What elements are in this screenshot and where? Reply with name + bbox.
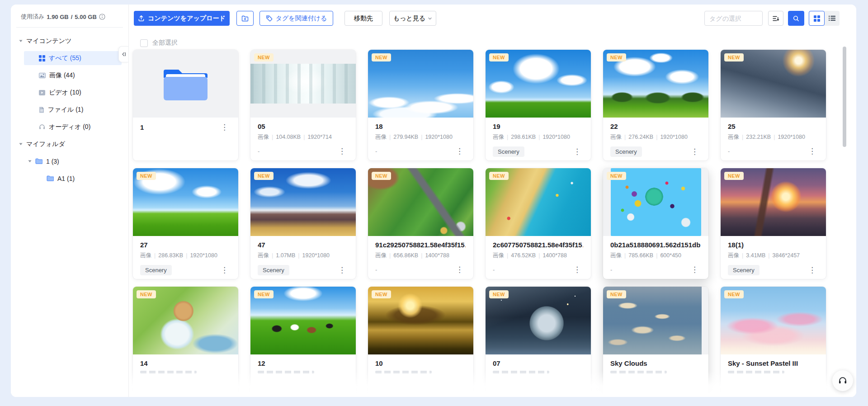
select-all-checkbox[interactable] [140, 39, 148, 47]
sort-button[interactable] [768, 11, 783, 26]
card-thumbnail: NEW [721, 168, 826, 236]
content-card-0b21a518880691.562d151db…[interactable]: NEW 0b21a518880691.562d151db… 画像|785.66K… [603, 168, 708, 279]
move-to-button[interactable]: 移動先 [344, 11, 382, 26]
content-card-25[interactable]: NEW 25 画像|232.21KB|1920*1080 - ⋮ [721, 50, 826, 161]
sidebar-item-A1[interactable]: A1 (1) [24, 171, 122, 185]
content-card-10[interactable]: NEW 10 [368, 287, 473, 397]
card-title: 12 [258, 359, 265, 367]
main-content: コンテンツをアップロード タグを関連付ける 移動先 もっと見る [129, 5, 856, 397]
more-options-icon[interactable]: ⋮ [218, 123, 231, 132]
sidebar-item-画像[interactable]: 画像 (44) [24, 68, 122, 82]
content-card-12[interactable]: NEW 12 [250, 287, 356, 397]
new-folder-button[interactable] [236, 11, 254, 26]
new-badge: NEW [254, 290, 274, 298]
tag-badge[interactable]: Scenery [140, 265, 172, 275]
content-card-27[interactable]: NEW 27 画像|286.83KB|1920*1080 Scenery ⋮ [133, 168, 238, 279]
sidebar-item-ビデオ[interactable]: ビデオ (10) [24, 85, 122, 99]
sidebar-section-label: マイフォルダ [26, 140, 65, 148]
file-icon [39, 107, 44, 113]
grid-view-button[interactable] [809, 11, 825, 26]
list-view-button[interactable] [825, 11, 840, 26]
more-options-icon[interactable]: ⋮ [806, 146, 819, 156]
new-badge: NEW [137, 172, 156, 180]
more-actions-button[interactable]: もっと見る [389, 11, 436, 26]
card-info: 05 画像|104.08KB|1920*714 - ⋮ [250, 118, 356, 156]
caret-down-icon[interactable] [19, 142, 23, 146]
search-button[interactable] [788, 11, 804, 26]
card-thumbnail: NEW [133, 168, 238, 236]
content-card-Sky Clouds[interactable]: NEW Sky Clouds [603, 287, 708, 397]
new-badge: NEW [724, 172, 744, 180]
caret-down-icon[interactable] [28, 160, 32, 163]
associate-tags-button[interactable]: タグを関連付ける [259, 11, 333, 26]
tag-badge[interactable]: Scenery [728, 265, 760, 275]
more-options-icon[interactable]: ⋮ [571, 265, 584, 274]
caret-down-icon[interactable] [19, 39, 23, 42]
list-view-icon [829, 15, 835, 21]
content-card-18[interactable]: NEW 18 画像|279.94KB|1920*1080 - ⋮ [368, 50, 473, 161]
card-info: 22 画像|276.24KB|1920*1080 Scenery ⋮ [603, 118, 708, 157]
content-card-2c607750758821.58e4f35f15…[interactable]: NEW 2c607750758821.58e4f35f15… 画像|476.52… [486, 168, 591, 279]
associate-tags-label: タグを関連付ける [276, 14, 327, 23]
more-options-icon[interactable]: ⋮ [453, 146, 466, 156]
card-title: 07 [493, 359, 500, 367]
sidebar-item-label: すべて (55) [49, 54, 81, 62]
content-card-07[interactable]: NEW 07 [486, 287, 591, 397]
tag-badge[interactable]: Scenery [493, 146, 524, 157]
tag-badge[interactable]: Scenery [610, 146, 642, 157]
more-options-icon[interactable]: ⋮ [453, 265, 466, 274]
card-info: 19 画像|298.61KB|1920*1080 Scenery ⋮ [486, 118, 591, 157]
audio-icon [39, 124, 45, 130]
content-card-19[interactable]: NEW 19 画像|298.61KB|1920*1080 Scenery ⋮ [486, 50, 591, 161]
vertical-scrollbar[interactable] [843, 47, 846, 147]
more-actions-label: もっと見る [393, 14, 425, 23]
content-card-Sky - Sunset Pastel III[interactable]: NEW Sky - Sunset Pastel III [721, 287, 826, 397]
content-card-05[interactable]: NEW 05 画像|104.08KB|1920*714 - ⋮ [250, 50, 356, 161]
sidebar-item-1[interactable]: 1 (3) [24, 154, 122, 168]
search-icon [793, 15, 800, 22]
card-thumbnail: NEW [486, 287, 591, 354]
content-card-1[interactable]: 1 ⋮ [133, 50, 238, 161]
info-circle-icon[interactable] [99, 14, 105, 20]
sidebar-item-label: 1 (3) [46, 158, 59, 165]
card-title: 10 [375, 359, 383, 367]
content-card-47[interactable]: NEW 47 画像|1.07MB|1920*1080 Scenery ⋮ [250, 168, 356, 279]
upload-content-button[interactable]: コンテンツをアップロード [134, 11, 230, 26]
card-title: 1 [140, 123, 144, 131]
more-options-icon[interactable]: ⋮ [688, 265, 701, 274]
sidebar-section-マイコンテンツ[interactable]: マイコンテンツ [19, 34, 122, 48]
sidebar-item-label: オーディオ (0) [49, 123, 90, 131]
tag-badge[interactable]: Scenery [258, 265, 289, 275]
more-options-icon[interactable]: ⋮ [571, 147, 584, 156]
app-window: 使用済み 1.90 GB / 5.00 GB マイコンテンツ すべて (55) … [11, 5, 856, 397]
card-meta: 画像|298.61KB|1920*1080 [493, 133, 584, 141]
card-info: 91c29250758821.58e4f35f15… 画像|656.86KB|1… [368, 236, 473, 274]
storage-separator: / [71, 14, 73, 20]
content-card-14[interactable]: NEW 14 [133, 287, 238, 397]
no-tag-dash: - [375, 148, 377, 155]
card-meta: 画像|656.86KB|1400*788 [375, 252, 466, 260]
sidebar-section-マイフォルダ[interactable]: マイフォルダ [19, 137, 122, 151]
card-title: 18(1) [728, 241, 744, 249]
sidebar-item-label: ビデオ (10) [49, 89, 81, 97]
more-options-icon[interactable]: ⋮ [335, 146, 349, 156]
sidebar-item-すべて[interactable]: すべて (55) [24, 51, 122, 65]
sidebar-collapse-button[interactable] [118, 46, 128, 62]
sidebar-item-ファイル[interactable]: ファイル (1) [24, 103, 122, 117]
more-options-icon[interactable]: ⋮ [335, 265, 349, 275]
content-card-18(1)[interactable]: NEW 18(1) 画像|3.41MB|3846*2457 Scenery ⋮ [721, 168, 826, 279]
more-options-icon[interactable]: ⋮ [688, 147, 701, 156]
content-card-22[interactable]: NEW 22 画像|276.24KB|1920*1080 Scenery ⋮ [603, 50, 708, 161]
content-grid: 1 ⋮ NEW 05 画像|104.08KB|1920*714 - [133, 50, 826, 397]
more-options-icon[interactable]: ⋮ [806, 265, 819, 275]
folder-plus-icon [241, 15, 249, 22]
card-info: 47 画像|1.07MB|1920*1080 Scenery ⋮ [250, 236, 356, 275]
tag-select-input[interactable] [704, 11, 763, 26]
card-title: 18 [375, 123, 383, 130]
sidebar-item-オーディオ[interactable]: オーディオ (0) [24, 120, 122, 134]
more-options-icon[interactable]: ⋮ [218, 265, 231, 275]
support-button[interactable] [832, 370, 853, 391]
content-card-91c29250758821.58e4f35f15…[interactable]: NEW 91c29250758821.58e4f35f15… 画像|656.86… [368, 168, 473, 279]
card-info: 10 [368, 354, 473, 373]
storage-usage: 使用済み 1.90 GB / 5.00 GB [11, 5, 128, 21]
